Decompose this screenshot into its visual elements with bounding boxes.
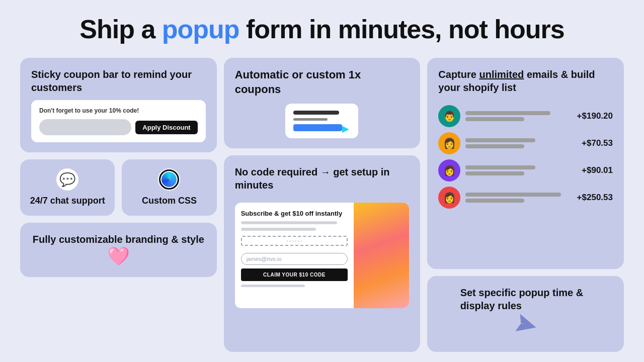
branding-title: Fully customizable branding & style	[33, 233, 204, 246]
email-bar-bot-1	[465, 117, 524, 121]
email-bar-wrap-1	[465, 111, 572, 121]
sticky-coupon-card: Sticky coupon bar to remind your custome…	[20, 58, 217, 152]
email-bar-bot-4	[465, 199, 524, 203]
right-column: Capture unlimited emails & build your sh…	[427, 58, 624, 352]
css-icon-circle	[158, 168, 180, 191]
capture-emails-card: Capture unlimited emails & build your sh…	[427, 58, 624, 269]
custom-css-title: Custom CSS	[142, 196, 197, 207]
apply-discount-button[interactable]: Apply Discount	[135, 121, 197, 134]
popup-rules-title: Set specific popup time & display rules	[460, 286, 591, 312]
email-amount-4: +$250.53	[577, 193, 613, 203]
auto-coupon-card: Automatic or custom 1x coupons ▶	[224, 58, 421, 148]
email-bar-wrap-4	[465, 193, 572, 203]
coupon-line-2	[293, 118, 328, 121]
email-row-2: 👩 +$70.53	[438, 132, 613, 154]
coupon-input-fake	[39, 119, 131, 135]
left-column: Sticky coupon bar to remind your custome…	[20, 58, 217, 352]
capture-emails-title: Capture unlimited emails & build your sh…	[438, 68, 613, 94]
feature-grid: Sticky coupon bar to remind your custome…	[20, 58, 624, 352]
small-cards-row: 💬 24/7 chat support Custom CSS	[20, 159, 217, 216]
email-amount-3: +$90.01	[578, 165, 613, 175]
coupon-line-1	[293, 111, 339, 115]
middle-column: Automatic or custom 1x coupons ▶ No code…	[224, 58, 421, 352]
heart-icon: 🩷	[107, 246, 130, 267]
popup-line-2	[241, 228, 316, 231]
popup-rules-card: Set specific popup time & display rules	[427, 276, 624, 352]
email-amount-2: +$70.53	[578, 138, 613, 148]
coupon-visual: ▶	[285, 104, 358, 138]
avatar-4: 👩	[438, 187, 460, 209]
auto-coupon-title: Automatic or custom 1x coupons	[235, 68, 410, 97]
email-bar-top-1	[465, 111, 550, 115]
popup-subscribe-title: Subscribe & get $10 off instantly	[241, 210, 348, 218]
email-bar-wrap-2	[465, 138, 573, 148]
email-list: 👨 +$190.20 👩 +$70.5	[438, 105, 613, 209]
popup-left: Subscribe & get $10 off instantly - - - …	[235, 203, 354, 308]
coupon-input-row: Apply Discount	[39, 119, 198, 135]
title-prefix: Ship a	[79, 15, 162, 44]
css-orb-icon	[159, 169, 179, 190]
title-suffix: form in minutes, not hours	[239, 15, 565, 44]
email-bar-top-4	[465, 193, 561, 197]
coupon-line-blue: ▶	[293, 124, 342, 131]
avatar-3: 👩	[438, 159, 460, 182]
avatar-1: 👨	[438, 105, 460, 127]
title-highlight: popup	[162, 15, 239, 44]
popup-image	[354, 203, 409, 308]
popup-email-input[interactable]: james@rivo.io	[241, 253, 348, 265]
avatar-2: 👩	[438, 132, 460, 154]
svg-marker-0	[516, 314, 538, 335]
popup-dashed-line: - - - - - -	[241, 236, 348, 246]
custom-css-card: Custom CSS	[122, 159, 216, 216]
send-arrow-icon	[510, 310, 542, 345]
email-bar-wrap-3	[465, 165, 573, 175]
email-bar-top-3	[465, 165, 535, 169]
popup-line-1	[241, 221, 337, 224]
email-amount-1: +$190.20	[577, 111, 613, 121]
chat-bubble-icon: 💬	[59, 172, 75, 188]
coupon-bar-demo: Don't forget to use your 10% code! Apply…	[31, 100, 206, 142]
email-row-3: 👩 +$90.01	[438, 159, 613, 182]
cursor-icon: ▶	[342, 123, 349, 134]
email-bar-bot-2	[465, 144, 524, 148]
chat-support-title: 24/7 chat support	[30, 196, 105, 207]
email-bar-bot-3	[465, 171, 524, 175]
chat-icon-circle: 💬	[56, 168, 78, 191]
email-row-4: 👩 +$250.53	[438, 187, 613, 209]
email-row-1: 👨 +$190.20	[438, 105, 613, 127]
popup-demo: Subscribe & get $10 off instantly - - - …	[235, 203, 410, 308]
no-code-card: No code required → get setup in minutes …	[224, 155, 421, 352]
coupon-reminder-text: Don't forget to use your 10% code!	[39, 107, 198, 114]
sticky-coupon-title: Sticky coupon bar to remind your custome…	[31, 68, 206, 94]
page-title: Ship a popup form in minutes, not hours	[79, 15, 564, 44]
popup-claim-button[interactable]: CLAIM YOUR $10 CODE	[241, 268, 348, 281]
chat-support-card: 💬 24/7 chat support	[20, 159, 115, 216]
branding-card: Fully customizable branding & style 🩷	[20, 223, 217, 277]
no-code-title: No code required → get setup in minutes	[235, 165, 410, 192]
popup-bottom-line	[241, 285, 305, 287]
email-bar-top-2	[465, 138, 535, 142]
